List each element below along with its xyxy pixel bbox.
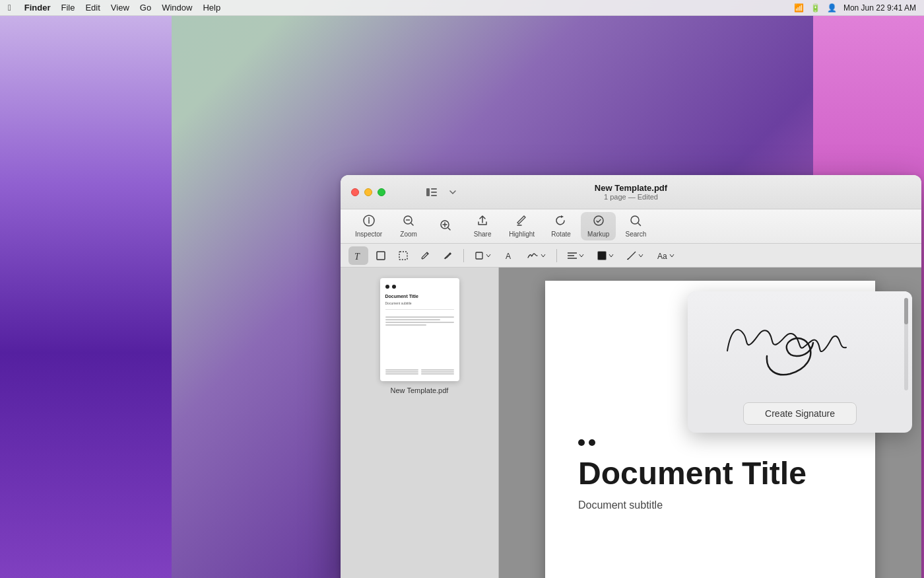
search-button[interactable]: Search	[618, 212, 653, 240]
thumb-footer-line-5	[421, 371, 454, 373]
wifi-icon: 📶	[794, 3, 804, 13]
signature-button[interactable]	[521, 246, 551, 265]
zoom-in-button[interactable]	[428, 217, 463, 236]
sig-scrollbar-thumb	[904, 298, 908, 324]
pdf-page: Create Signature Document Title Document…	[545, 281, 875, 578]
thumb-dot-2	[392, 285, 396, 289]
annotation-toolbar: T	[341, 244, 921, 268]
line-style-button[interactable]	[622, 246, 649, 265]
signature-popup: Create Signature	[688, 291, 912, 433]
menubar-left:  Finder File Edit View Go Window Help	[8, 3, 220, 13]
user-icon: 👤	[827, 3, 837, 13]
svg-line-17	[638, 223, 641, 226]
pencil-tool-button[interactable]	[416, 246, 436, 265]
search-icon	[630, 215, 642, 229]
ann-divider-2	[556, 249, 557, 262]
zoom-label: Zoom	[400, 231, 417, 238]
signature-drawing	[714, 311, 886, 377]
signature-area[interactable]	[688, 291, 912, 397]
battery-icon: 🔋	[810, 3, 820, 13]
create-signature-button[interactable]: Create Signature	[743, 402, 857, 425]
menubar-datetime: Mon Jun 22 9:41 AM	[843, 3, 916, 13]
svg-rect-1	[431, 188, 437, 190]
thumb-footer	[385, 369, 454, 375]
pdf-window: New Template.pdf 1 page — Edited Inspect…	[341, 175, 921, 578]
sidebar: Document Title Document subtitle	[341, 268, 499, 578]
window-subtitle: 1 page — Edited	[604, 193, 658, 201]
inspector-label: Inspector	[355, 231, 382, 238]
menubar-help[interactable]: Help	[203, 3, 220, 13]
svg-line-9	[411, 223, 413, 225]
lasso-select-button[interactable]	[393, 246, 413, 265]
thumb-dots	[385, 285, 454, 289]
inspector-button[interactable]: Inspector	[348, 212, 389, 240]
sidebar-toggle-button[interactable]	[422, 183, 441, 201]
svg-point-6	[368, 217, 370, 219]
rotate-icon	[555, 215, 567, 229]
document-icons	[578, 439, 842, 446]
share-button[interactable]: Share	[465, 212, 500, 240]
apple-menu[interactable]: 	[8, 3, 11, 13]
sig-scrollbar[interactable]	[904, 298, 908, 390]
svg-line-27	[628, 252, 636, 260]
document-title: Document Title	[578, 456, 842, 491]
svg-rect-3	[431, 195, 437, 196]
share-icon	[477, 215, 488, 229]
close-button[interactable]	[351, 188, 359, 196]
highlight-button[interactable]: Highlight	[502, 212, 541, 240]
zoom-button[interactable]: Zoom	[391, 212, 426, 240]
svg-rect-20	[399, 252, 407, 260]
svg-point-15	[594, 216, 603, 225]
color-button[interactable]	[592, 246, 619, 265]
titlebar-actions	[422, 183, 462, 201]
thumb-content	[385, 316, 454, 326]
text-insert-button[interactable]: A	[499, 246, 519, 265]
align-button[interactable]	[562, 246, 589, 265]
thumb-line-1	[385, 316, 454, 318]
bg-left-gradient	[0, 16, 172, 578]
menubar-window[interactable]: Window	[162, 3, 192, 13]
thumb-footer-line-6	[421, 373, 454, 375]
svg-rect-0	[426, 188, 430, 196]
thumb-footer-line-2	[385, 371, 418, 373]
shape-button[interactable]	[469, 246, 496, 265]
menubar-file[interactable]: File	[61, 3, 75, 13]
thumb-footer-left	[385, 369, 418, 375]
rotate-button[interactable]: Rotate	[544, 212, 578, 240]
ann-divider-1	[463, 249, 464, 262]
thumb-footer-right	[421, 369, 454, 375]
minimize-button[interactable]	[364, 188, 372, 196]
menubar-finder[interactable]: Finder	[24, 3, 51, 13]
svg-rect-22	[476, 252, 482, 259]
thumb-footer-line-4	[421, 369, 454, 371]
window-title: New Template.pdf	[595, 183, 667, 193]
doc-icon-2	[589, 439, 595, 446]
maximize-button[interactable]	[378, 188, 385, 196]
highlight-icon	[516, 215, 528, 229]
markup-button[interactable]: Markup	[581, 212, 616, 240]
menubar-edit[interactable]: Edit	[85, 3, 100, 13]
page-thumbnail: Document Title Document subtitle	[380, 278, 459, 381]
chevron-down-icon[interactable]	[444, 183, 462, 201]
svg-text:A: A	[506, 252, 511, 260]
menubar-go[interactable]: Go	[140, 3, 151, 13]
markup-icon	[593, 215, 605, 229]
doc-icon-1	[578, 439, 585, 446]
rectangle-select-button[interactable]	[371, 246, 391, 265]
search-label: Search	[626, 231, 647, 238]
text-tool-button[interactable]: T	[348, 246, 368, 265]
menubar-view[interactable]: View	[111, 3, 129, 13]
share-label: Share	[474, 231, 492, 238]
thumbnail-item[interactable]: Document Title Document subtitle	[380, 278, 459, 394]
pdf-view[interactable]: Create Signature Document Title Document…	[499, 268, 921, 578]
thumb-dot-1	[385, 285, 389, 289]
pen-tool-button[interactable]	[438, 246, 458, 265]
zoom-in-icon	[440, 219, 451, 234]
thumb-subtitle: Document subtitle	[385, 301, 454, 305]
thumb-line-2	[385, 319, 440, 320]
svg-rect-2	[431, 192, 437, 193]
thumbnail-filename: New Template.pdf	[391, 386, 449, 394]
sig-button-row: Create Signature	[688, 397, 912, 433]
svg-text:Aa: Aa	[657, 252, 667, 260]
font-button[interactable]: Aa	[651, 246, 680, 265]
